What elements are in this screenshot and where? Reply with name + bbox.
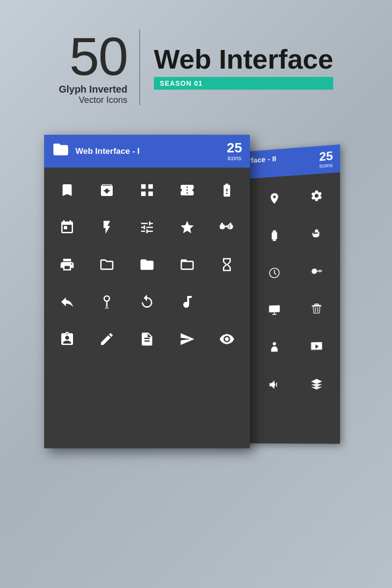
- book-front-header: Web Interface - I 25 icons: [44, 135, 250, 168]
- book-back-count-num: 25: [319, 150, 333, 163]
- icon-sliders: [128, 210, 166, 245]
- books-container: Web Interface - II 25 icons: [44, 135, 348, 468]
- header-subtitle-line1: Glyph Inverted: [59, 83, 127, 95]
- icon-empty1: [208, 284, 246, 319]
- icon-printer: [48, 247, 86, 282]
- icon-folder: [128, 247, 166, 282]
- big-number: 50: [70, 29, 127, 83]
- book-front-header-left: Web Interface - I: [52, 141, 140, 162]
- icon-push-left: [296, 252, 337, 290]
- icon-eye-arrow: [208, 321, 246, 357]
- svg-point-16: [273, 342, 276, 345]
- svg-point-20: [230, 225, 233, 228]
- icon-edit: [88, 321, 126, 357]
- season-badge: SEASON 01: [154, 77, 333, 90]
- icon-clock: [255, 254, 294, 291]
- header-section: 50 Glyph Inverted Vector Icons Web Inter…: [59, 29, 333, 105]
- book-back-count-label: icons: [319, 162, 333, 169]
- book-front-count-label: icons: [227, 155, 242, 162]
- icon-person-female: [255, 329, 294, 366]
- icon-music: [168, 284, 206, 319]
- book-front-title: Web Interface - I: [75, 147, 140, 156]
- icon-grid: [128, 172, 166, 208]
- icon-volume: [255, 367, 294, 402]
- icon-calendar: [48, 210, 86, 245]
- header-left: 50 Glyph Inverted Vector Icons: [59, 29, 140, 105]
- icon-star: [168, 210, 206, 245]
- icon-bookmark: [48, 172, 86, 208]
- icon-smartwatch: [255, 217, 294, 254]
- icon-reply: [48, 284, 86, 319]
- book-front-count-num: 25: [227, 141, 242, 155]
- icon-layers: [296, 366, 337, 402]
- icon-person-file: [128, 321, 166, 357]
- icon-lightning: [88, 210, 126, 245]
- icon-play: [296, 328, 337, 365]
- icon-redo-lock: [128, 284, 166, 319]
- icon-folder-open2: [168, 247, 206, 282]
- main-title: Web Interface: [154, 46, 333, 73]
- icon-paper-plane: [168, 321, 206, 357]
- svg-rect-4: [273, 239, 276, 241]
- header-subtitle-line2: Vector Icons: [79, 95, 127, 105]
- book-back-count: 25 icons: [319, 150, 333, 169]
- svg-line-8: [316, 271, 322, 271]
- header-right: Web Interface SEASON 01: [140, 46, 333, 90]
- icon-glasses: [208, 210, 246, 245]
- folder-icon-header: [52, 141, 70, 162]
- book-front: Web Interface - I 25 icons: [44, 135, 250, 448]
- icon-monitor: [255, 292, 294, 329]
- icon-location: [255, 179, 294, 217]
- svg-point-19: [221, 225, 224, 228]
- icon-notepad: [48, 321, 86, 357]
- front-icon-grid: [44, 168, 250, 362]
- icon-battery: [208, 172, 246, 208]
- icon-archive: [88, 172, 126, 208]
- book-front-count: 25 icons: [227, 141, 242, 162]
- svg-rect-3: [273, 230, 276, 232]
- icon-lamp: [88, 284, 126, 319]
- icon-hourglass: [208, 247, 246, 282]
- icon-hand: [296, 215, 337, 252]
- page-container: 50 Glyph Inverted Vector Icons Web Inter…: [0, 0, 392, 588]
- icon-folder-open: [88, 247, 126, 282]
- icon-trash: [296, 290, 337, 327]
- icon-ticket: [168, 172, 206, 208]
- icon-gear1: [296, 176, 337, 215]
